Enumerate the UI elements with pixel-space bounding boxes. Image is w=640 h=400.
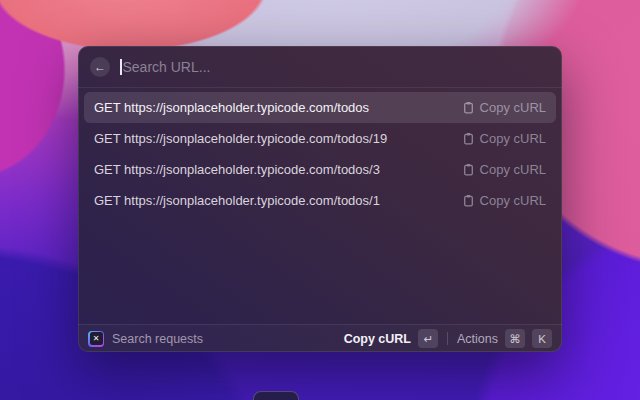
footer-actions: Copy cURL ↵ Actions ⌘ K <box>344 329 552 348</box>
list-item[interactable]: GET https://jsonplaceholder.typicode.com… <box>84 154 556 185</box>
list-item[interactable]: GET https://jsonplaceholder.typicode.com… <box>84 185 556 216</box>
desktop: { "window": { "search": { "placeholder":… <box>0 0 640 400</box>
primary-action-label: Copy cURL <box>344 332 411 346</box>
request-url: GET https://jsonplaceholder.typicode.com… <box>94 100 369 115</box>
k-key-badge: K <box>532 329 552 348</box>
accessory-label: Copy cURL <box>480 193 546 208</box>
text-caret <box>120 59 122 75</box>
cmd-key-badge: ⌘ <box>505 329 525 348</box>
request-list: GET https://jsonplaceholder.typicode.com… <box>78 88 562 324</box>
enter-key-badge: ↵ <box>418 329 438 348</box>
accessory-label: Copy cURL <box>480 162 546 177</box>
back-button[interactable]: ← <box>90 57 110 77</box>
primary-action-button[interactable]: Copy cURL ↵ <box>344 329 438 348</box>
request-url: GET https://jsonplaceholder.typicode.com… <box>94 193 380 208</box>
accessory-label: Copy cURL <box>480 100 546 115</box>
dock-hint <box>253 391 299 400</box>
footer-separator <box>447 332 448 345</box>
row-accessory: Copy cURL <box>462 100 546 115</box>
request-url: GET https://jsonplaceholder.typicode.com… <box>94 131 387 146</box>
search-field-wrap <box>120 59 550 75</box>
back-arrow-icon: ← <box>94 57 106 77</box>
extension-app-icon-glyph: ✕ <box>90 332 103 345</box>
row-accessory: Copy cURL <box>462 162 546 177</box>
list-item[interactable]: GET https://jsonplaceholder.typicode.com… <box>84 123 556 154</box>
actions-menu-button[interactable]: Actions ⌘ K <box>457 329 552 348</box>
search-bar: ← <box>78 46 562 88</box>
footer-bar: ✕ Search requests Copy cURL ↵ Actions ⌘ … <box>78 324 562 352</box>
extension-app-icon: ✕ <box>88 331 104 347</box>
command-palette-window: ← GET https://jsonplaceholder.typicode.c… <box>78 46 562 352</box>
clipboard-icon <box>462 163 475 176</box>
row-accessory: Copy cURL <box>462 193 546 208</box>
clipboard-icon <box>462 194 475 207</box>
accessory-label: Copy cURL <box>480 131 546 146</box>
request-url: GET https://jsonplaceholder.typicode.com… <box>94 162 380 177</box>
clipboard-icon <box>462 132 475 145</box>
footer-command-title: Search requests <box>112 332 203 346</box>
list-item[interactable]: GET https://jsonplaceholder.typicode.com… <box>84 92 556 123</box>
search-input[interactable] <box>123 59 551 75</box>
actions-menu-label: Actions <box>457 332 498 346</box>
clipboard-icon <box>462 101 475 114</box>
row-accessory: Copy cURL <box>462 131 546 146</box>
